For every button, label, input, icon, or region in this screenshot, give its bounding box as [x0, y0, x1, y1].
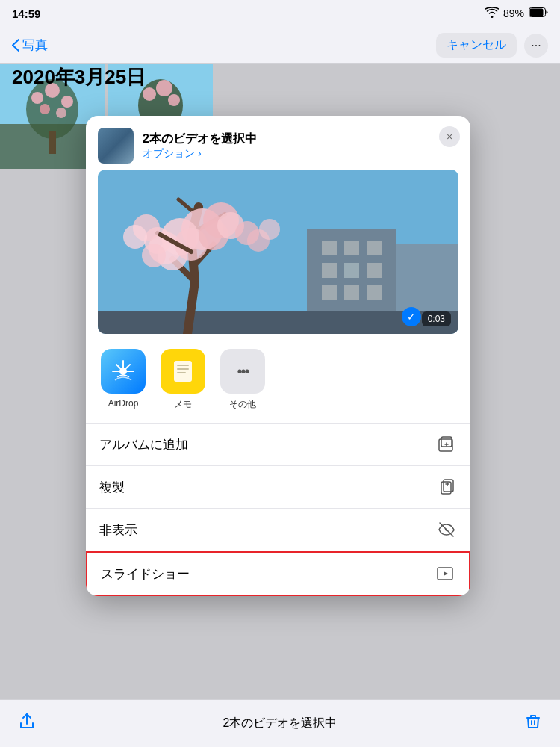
svg-rect-47 — [174, 361, 192, 382]
page-title: 2020年3月25日 — [12, 64, 146, 90]
action-slideshow[interactable]: スライドショー — [86, 551, 470, 596]
svg-rect-26 — [322, 285, 337, 300]
duplicate-icon — [436, 477, 457, 498]
share-app-other[interactable]: ••• その他 — [220, 349, 265, 411]
svg-point-45 — [259, 219, 280, 240]
nav-back-label: 写真 — [22, 37, 48, 54]
share-title: 2本のビデオを選択中 — [143, 131, 257, 147]
svg-rect-24 — [344, 263, 359, 278]
share-apps-row: AirDrop メモ ••• その他 — [86, 343, 470, 423]
toolbar-share-button[interactable] — [18, 713, 36, 735]
add-album-icon — [436, 434, 457, 455]
status-icons: 89% — [485, 7, 548, 20]
action-slideshow-label: スライドショー — [101, 565, 190, 583]
cancel-button[interactable]: キャンセル — [436, 33, 517, 58]
preview-duration-badge: 0:03 — [422, 311, 451, 326]
memo-icon — [161, 349, 205, 394]
action-add-album-label: アルバムに追加 — [99, 436, 188, 453]
svg-point-10 — [56, 108, 66, 118]
nav-back-button[interactable]: 写真 — [12, 37, 48, 54]
bottom-toolbar: 2本のビデオを選択中 — [0, 699, 560, 747]
action-duplicate[interactable]: 複製 — [86, 466, 470, 509]
svg-rect-23 — [322, 263, 337, 278]
airdrop-icon — [101, 349, 146, 394]
svg-point-6 — [31, 92, 43, 104]
svg-rect-28 — [367, 285, 382, 300]
nav-bar: 写真 キャンセル ··· — [0, 27, 560, 64]
slideshow-icon — [435, 563, 455, 584]
share-title-block: 2本のビデオを選択中 オプション › — [143, 131, 257, 161]
status-time: 14:59 — [12, 7, 40, 20]
preview-image: ✓ 0:03 — [98, 170, 458, 334]
battery-icon — [529, 7, 548, 19]
wifi-icon — [485, 7, 499, 20]
status-bar: 14:59 89% — [0, 0, 560, 27]
other-label: その他 — [229, 398, 256, 411]
share-app-airdrop[interactable]: AirDrop — [101, 349, 146, 411]
toolbar-title: 2本のビデオを選択中 — [223, 716, 337, 731]
svg-point-16 — [156, 80, 172, 96]
more-icon: ··· — [531, 39, 541, 52]
other-icon: ••• — [220, 349, 265, 394]
svg-rect-5 — [49, 131, 56, 154]
battery-percentage: 89% — [503, 7, 524, 19]
svg-rect-1 — [530, 9, 544, 16]
share-sheet-header: 2本のビデオを選択中 オプション › × — [86, 116, 470, 170]
svg-rect-49 — [177, 368, 189, 370]
svg-point-43 — [123, 225, 147, 249]
nav-right-controls: キャンセル ··· — [436, 33, 548, 58]
svg-rect-21 — [344, 241, 359, 255]
memo-label: メモ — [174, 398, 192, 411]
toolbar-trash-button[interactable] — [524, 713, 542, 735]
action-hide[interactable]: 非表示 — [86, 509, 470, 551]
share-thumbnail — [98, 128, 134, 164]
svg-point-17 — [168, 94, 180, 106]
svg-rect-48 — [177, 365, 189, 366]
more-button[interactable]: ··· — [524, 34, 548, 58]
svg-rect-20 — [322, 241, 337, 255]
share-close-button[interactable]: × — [439, 126, 460, 147]
svg-rect-22 — [367, 241, 382, 255]
svg-point-8 — [61, 96, 73, 108]
action-add-album[interactable]: アルバムに追加 — [86, 424, 470, 466]
share-app-memo[interactable]: メモ — [161, 349, 205, 411]
hide-icon — [436, 519, 457, 540]
share-sheet: 2本のビデオを選択中 オプション › × — [86, 116, 470, 596]
svg-point-9 — [40, 104, 50, 114]
svg-point-40 — [142, 244, 166, 267]
airdrop-label: AirDrop — [108, 398, 139, 409]
svg-rect-50 — [177, 372, 186, 374]
svg-rect-27 — [344, 285, 359, 300]
share-options-link[interactable]: オプション › — [143, 147, 257, 161]
preview-check-badge: ✓ — [402, 307, 421, 326]
svg-rect-25 — [367, 263, 382, 278]
action-duplicate-label: 複製 — [99, 479, 125, 496]
action-hide-label: 非表示 — [99, 521, 137, 539]
